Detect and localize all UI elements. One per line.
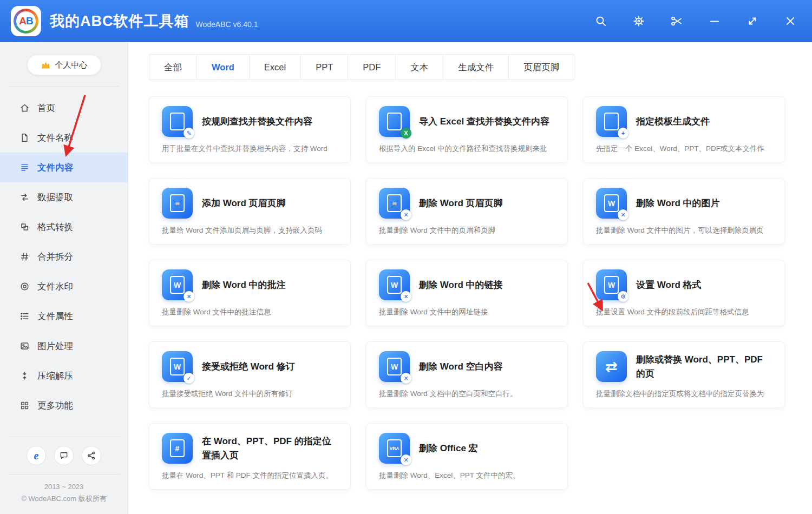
card-set-word-format[interactable]: W ⚙ 设置 Word 格式 批量设置 Word 文件的段前段后间距等格式信息 <box>583 260 785 326</box>
doc-excel-import-icon: X <box>379 106 410 137</box>
card-description: 批量接受或拒绝 Word 文件中的所有修订 <box>162 389 339 399</box>
card-title: 删除 Word 空白内容 <box>419 360 503 374</box>
tab-all[interactable]: 全部 <box>149 54 197 80</box>
crown-icon <box>41 60 51 70</box>
tab-excel[interactable]: Excel <box>249 54 301 80</box>
share-icon[interactable] <box>82 446 101 465</box>
sidebar-item-label: 数据提取 <box>37 192 73 203</box>
copyright-years: 2013 ~ 2023 <box>8 481 120 493</box>
sidebar-item-merge-split[interactable]: 合并拆分 <box>0 242 128 272</box>
chat-icon[interactable] <box>54 446 74 465</box>
card-title: 按规则查找并替换文件内容 <box>202 115 312 129</box>
card-insert-pages-at-position[interactable]: # 在 Word、PPT、PDF 的指定位置插入页 批量在 Word、PPT 和… <box>149 423 351 490</box>
card-title: 删除 Word 中的批注 <box>202 278 286 292</box>
sidebar-item-file-properties[interactable]: 文件属性 <box>0 301 128 331</box>
tab-pdf[interactable]: PDF <box>348 54 396 80</box>
card-remove-word-comments[interactable]: W ✕ 删除 Word 中的批注 批量删除 Word 文件中的批注信息 <box>149 260 351 326</box>
sidebar-item-file-watermark[interactable]: 文件水印 <box>0 272 128 301</box>
sidebar-item-compress-extract[interactable]: 压缩解压 <box>0 361 128 391</box>
word-revision-check-icon: W ✓ <box>162 351 193 382</box>
app-window: AB 我的ABC软件工具箱 WodeABC v6.40.1 个人中心 首页文件名… <box>0 0 812 514</box>
pages-swap-icon: ⇄ <box>596 351 627 382</box>
sidebar-item-label: 合并拆分 <box>37 251 73 263</box>
titlebar-actions <box>594 15 797 28</box>
sidebar-item-label: 文件名称 <box>37 132 73 144</box>
card-title: 指定模板生成文件 <box>636 115 710 129</box>
sidebar-item-file-content[interactable]: 文件内容 <box>0 153 128 182</box>
card-description: 批量删除 Word 文件中的网址链接 <box>379 307 556 317</box>
search-icon[interactable] <box>594 15 607 28</box>
doc-insert-page-icon: # <box>162 433 193 464</box>
browser-icon[interactable]: e <box>27 446 46 465</box>
card-title: 添加 Word 页眉页脚 <box>202 196 286 210</box>
close-button[interactable] <box>784 15 797 28</box>
card-remove-word-header-footer[interactable]: ≡ ✕ 删除 Word 页眉页脚 批量删除 Word 文件中的页眉和页脚 <box>366 178 568 245</box>
card-add-word-header-footer[interactable]: ≡ 添加 Word 页眉页脚 批量给 Word 文件添加页眉与页脚，支持嵌入页码 <box>149 178 351 245</box>
card-delete-replace-pages[interactable]: ⇄ 删除或替换 Word、PPT、PDF 的页 批量删除文档中的指定页或将文档中… <box>583 341 785 408</box>
card-description: 根据导入的 Excel 中的文件路径和查找替换规则来批 <box>379 144 556 154</box>
card-find-replace-by-rule[interactable]: ✎ 按规则查找并替换文件内容 用于批量在文件中查找并替换相关内容，支持 Word <box>149 96 351 163</box>
tab-text[interactable]: 文本 <box>395 54 443 80</box>
feature-card-grid: ✎ 按规则查找并替换文件内容 用于批量在文件中查找并替换相关内容，支持 Word… <box>149 96 812 490</box>
card-description: 批量删除 Word 文档中的空白页和空白行。 <box>379 389 556 399</box>
card-description: 用于批量在文件中查找并替换相关内容，支持 Word <box>162 144 339 154</box>
tab-generate-file[interactable]: 生成文件 <box>443 54 509 80</box>
sidebar-item-file-name[interactable]: 文件名称 <box>0 123 128 153</box>
data-extract-icon <box>19 192 30 202</box>
sidebar-item-label: 文件内容 <box>37 162 73 174</box>
format-convert-icon <box>19 222 30 232</box>
sidebar-item-data-extract[interactable]: 数据提取 <box>0 182 128 212</box>
card-description: 批量设置 Word 文件的段前段后间距等格式信息 <box>596 307 774 317</box>
doc-header-remove-icon: ≡ ✕ <box>379 188 410 219</box>
category-tabs: 全部WordExcelPPTPDF文本生成文件页眉页脚 <box>149 54 812 80</box>
home-icon <box>19 103 30 113</box>
titlebar: AB 我的ABC软件工具箱 WodeABC v6.40.1 <box>0 0 812 42</box>
settings-gear-icon[interactable] <box>632 15 645 28</box>
card-title: 删除或替换 Word、PPT、PDF 的页 <box>636 353 774 380</box>
word-blank-remove-icon: W ✕ <box>379 351 410 382</box>
compress-extract-icon <box>19 371 30 381</box>
card-title: 设置 Word 格式 <box>636 278 702 292</box>
card-title: 删除 Word 中的链接 <box>419 278 503 292</box>
sidebar-item-label: 更多功能 <box>37 400 73 412</box>
card-remove-word-blank[interactable]: W ✕ 删除 Word 空白内容 批量删除 Word 文档中的空白页和空白行。 <box>366 341 568 408</box>
sidebar-item-image-process[interactable]: 图片处理 <box>0 331 128 361</box>
card-description: 批量删除 Word 文件中的图片，可以选择删除页眉页 <box>596 226 774 235</box>
sidebar-item-label: 首页 <box>37 102 55 114</box>
scissors-icon[interactable] <box>670 15 683 28</box>
docs-stack-icon: + <box>596 106 627 137</box>
sidebar-item-home[interactable]: 首页 <box>0 93 128 123</box>
app-logo: AB <box>11 6 41 36</box>
card-description: 批量给 Word 文件添加页眉与页脚，支持嵌入页码 <box>162 226 339 235</box>
copyright: 2013 ~ 2023 © WodeABC.com 版权所有 <box>8 474 120 514</box>
card-remove-office-macros[interactable]: VBA ✕ 删除 Office 宏 批量删除 Word、Excel、PPT 文件… <box>366 423 568 490</box>
sidebar: 个人中心 首页文件名称文件内容数据提取格式转换合并拆分文件水印文件属性图片处理压… <box>0 42 128 514</box>
card-import-excel-find-replace[interactable]: X 导入 Excel 查找并替换文件内容 根据导入的 Excel 中的文件路径和… <box>366 96 568 163</box>
file-properties-icon <box>19 311 30 321</box>
file-name-icon <box>19 133 30 143</box>
card-title: 删除 Word 页眉页脚 <box>419 196 503 210</box>
card-remove-word-links[interactable]: W ✕ 删除 Word 中的链接 批量删除 Word 文件中的网址链接 <box>366 260 568 326</box>
card-description: 批量删除 Word、Excel、PPT 文件中的宏。 <box>379 471 556 480</box>
sidebar-item-format-convert[interactable]: 格式转换 <box>0 212 128 242</box>
tab-ppt[interactable]: PPT <box>300 54 348 80</box>
image-process-icon <box>19 341 30 351</box>
sidebar-item-label: 图片处理 <box>37 340 73 352</box>
sidebar-item-more-features[interactable]: 更多功能 <box>0 391 128 420</box>
minimize-button[interactable] <box>708 15 721 28</box>
card-title: 删除 Word 中的图片 <box>636 196 720 210</box>
main-content: 全部WordExcelPPTPDF文本生成文件页眉页脚 ✎ 按规则查找并替换文件… <box>128 42 812 514</box>
card-description: 先指定一个 Excel、Word、PPT、PDF或文本文件作 <box>596 144 774 154</box>
personal-center-button[interactable]: 个人中心 <box>27 55 101 75</box>
sidebar-item-label: 文件水印 <box>37 281 73 293</box>
card-template-generate-file[interactable]: + 指定模板生成文件 先指定一个 Excel、Word、PPT、PDF或文本文件… <box>583 96 785 163</box>
tab-word[interactable]: Word <box>197 54 250 80</box>
tab-header-footer[interactable]: 页眉页脚 <box>508 54 574 80</box>
sidebar-item-label: 格式转换 <box>37 221 73 233</box>
copyright-text: © WodeABC.com 版权所有 <box>8 493 120 505</box>
maximize-button[interactable] <box>746 15 759 28</box>
card-remove-word-images[interactable]: W ✕ 删除 Word 中的图片 批量删除 Word 文件中的图片，可以选择删除… <box>583 178 785 245</box>
card-accept-reject-word-revisions[interactable]: W ✓ 接受或拒绝 Word 修订 批量接受或拒绝 Word 文件中的所有修订 <box>149 341 351 408</box>
card-description: 批量删除文档中的指定页或将文档中的指定页替换为 <box>596 389 774 399</box>
sidebar-menu: 首页文件名称文件内容数据提取格式转换合并拆分文件水印文件属性图片处理压缩解压更多… <box>0 90 128 420</box>
